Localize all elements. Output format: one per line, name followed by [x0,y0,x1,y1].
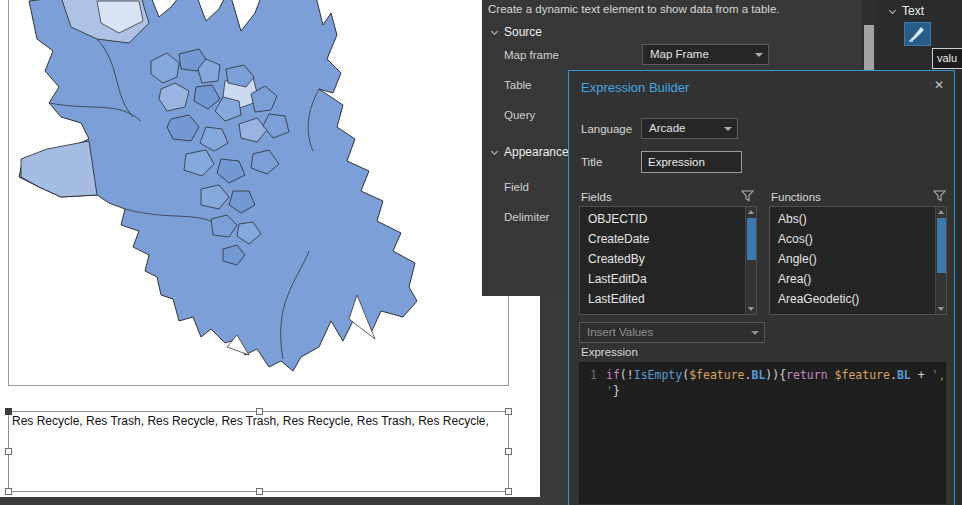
functions-label: Functions [771,191,821,203]
code-line: '} [606,383,943,399]
scroll-down-icon[interactable] [748,307,754,311]
expression-code-editor[interactable]: 1 if(!IsEmpty($feature.BL)){return $feat… [579,362,946,504]
chevron-down-icon [491,148,498,155]
layout-canvas[interactable]: Res Recycle, Res Trash, Res Recycle, Res… [0,0,540,497]
field-item[interactable]: CreatedBy [580,249,744,269]
insert-values-combobox[interactable]: Insert Values [579,322,765,343]
text-symbol-button[interactable] [904,22,931,46]
chevron-down-icon [724,127,732,131]
scrollbar-thumb[interactable] [747,218,756,260]
map-frame[interactable] [8,0,509,386]
expression-builder-dialog: Expression Builder ✕ Language Arcade Tit… [568,70,955,505]
fields-scrollbar[interactable] [745,207,756,314]
selection-handle[interactable] [5,448,12,455]
scroll-up-icon[interactable] [748,210,754,214]
dialog-title: Expression Builder [581,80,689,95]
map-image [9,0,508,385]
scroll-down-icon[interactable] [938,307,944,311]
paintbrush-icon [905,23,930,45]
table-label: Table [504,79,532,91]
chevron-down-icon [751,331,759,335]
chevron-down-icon [491,28,498,35]
selection-handle[interactable] [505,488,512,495]
scroll-up-icon[interactable] [938,210,944,214]
popover-description: Create a dynamic text element to show da… [488,3,779,15]
function-item[interactable]: Abs() [770,209,934,229]
code-line: if(!IsEmpty($feature.BL)){return $featur… [606,367,943,383]
selection-handle[interactable] [256,488,263,495]
functions-scrollbar[interactable] [935,207,946,314]
map-frame-label: Map frame [504,49,559,61]
chevron-down-icon [889,7,896,14]
language-combobox[interactable]: Arcade [641,118,738,139]
close-icon[interactable]: ✕ [934,78,944,92]
symbol-value-input[interactable]: valu [932,48,962,69]
title-input[interactable]: Expression [641,151,742,173]
delimiter-label: Delimiter [504,211,549,223]
fields-label: Fields [581,191,612,203]
arcgis-pro-window: Res Recycle, Res Trash, Res Recycle, Res… [0,0,962,505]
code-area[interactable]: if(!IsEmpty($feature.BL)){return $featur… [606,367,943,503]
functions-listbox[interactable]: Abs()Acos()Angle()Area()AreaGeodetic() [769,206,947,315]
line-number: 1 [580,363,602,383]
language-label: Language [581,123,632,135]
appearance-section-header[interactable]: Appearance [492,145,569,159]
expression-label: Expression [581,346,638,358]
query-label: Query [504,109,535,121]
field-item[interactable]: OBJECTID [580,209,744,229]
title-label: Title [581,156,602,168]
scrollbar-thumb[interactable] [937,218,946,273]
fields-listbox[interactable]: OBJECTIDCreateDateCreatedByLastEditDaLas… [579,206,757,315]
selection-handle[interactable] [5,408,12,415]
field-item[interactable]: LastEditDa [580,269,744,289]
function-item[interactable]: Area() [770,269,934,289]
field-item[interactable]: CreateDate [580,229,744,249]
map-frame-combobox[interactable]: Map Frame [642,44,769,65]
filter-icon[interactable] [741,190,754,202]
source-section-header[interactable]: Source [492,25,542,39]
function-item[interactable]: Angle() [770,249,934,269]
selection-handle[interactable] [5,488,12,495]
selection-handle[interactable] [505,448,512,455]
field-label: Field [504,181,529,193]
chevron-down-icon [755,53,763,57]
text-section-header[interactable]: Text [890,4,924,18]
dynamic-text-content: Res Recycle, Res Trash, Res Recycle, Res… [12,414,506,428]
selection-handle[interactable] [505,408,512,415]
filter-icon[interactable] [933,190,946,202]
line-number-gutter: 1 [580,363,602,503]
field-item[interactable]: LastEdited [580,289,744,309]
function-item[interactable]: AreaGeodetic() [770,289,934,309]
dynamic-text-element[interactable]: Res Recycle, Res Trash, Res Recycle, Res… [8,411,509,492]
function-item[interactable]: Acos() [770,229,934,249]
selection-handle[interactable] [256,408,263,415]
